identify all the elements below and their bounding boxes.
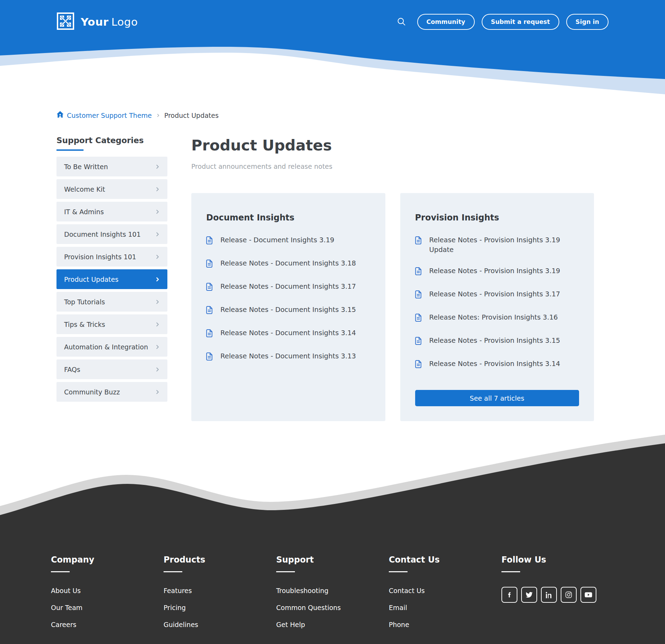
chevron-right-icon (154, 299, 160, 305)
footer-link-list: About UsOur TeamCareers (51, 587, 164, 628)
article-link[interactable]: Release - Document Insights 3.19 (206, 235, 370, 247)
footer-link-email[interactable]: Email (389, 604, 501, 611)
section-cards: Document Insights Release - Document Ins… (191, 193, 594, 421)
footer-column-title: Company (51, 555, 164, 565)
article-link[interactable]: Release Notes - Provision Insights 3.19 (415, 266, 579, 278)
article-title: Release Notes - Document Insights 3.17 (220, 282, 356, 294)
sidebar-item-label: Community Buzz (64, 388, 120, 396)
document-icon (415, 267, 422, 278)
sidebar-item-top-tutorials[interactable]: Top Tutorials (56, 292, 167, 312)
footer-link-list: FeaturesPricingGuidelines (164, 587, 276, 628)
footer-link-our-team[interactable]: Our Team (51, 604, 164, 611)
section-card-document-insights: Document Insights Release - Document Ins… (191, 193, 385, 421)
sidebar-item-label: Document Insights 101 (64, 230, 141, 238)
footer-link-list: Contact UsEmailPhone (389, 587, 501, 628)
article-link[interactable]: Release Notes: Provision Insights 3.16 (415, 313, 579, 324)
article-list: Release Notes - Provision Insights 3.19 … (415, 235, 579, 382)
community-button[interactable]: Community (417, 14, 475, 30)
footer-title-underline (276, 571, 295, 572)
document-icon (415, 290, 422, 301)
sidebar-item-label: Tips & Tricks (64, 321, 105, 328)
document-icon (206, 329, 213, 340)
breadcrumb-home-link[interactable]: Customer Support Theme (56, 111, 152, 120)
section-title: Document Insights (206, 213, 370, 223)
section-card-provision-insights: Provision Insights Release Notes - Provi… (400, 193, 594, 421)
sidebar-item-welcome-kit[interactable]: Welcome Kit (56, 179, 167, 199)
footer-link-guidelines[interactable]: Guidelines (164, 621, 276, 628)
footer-column-title: Contact Us (389, 555, 501, 565)
sidebar-item-it-admins[interactable]: IT & Admins (56, 202, 167, 221)
header-nav: Community Submit a request Sign in (397, 14, 609, 30)
sidebar-category-list: To Be Written Welcome Kit IT & Admins Do… (56, 157, 167, 402)
sidebar-item-label: Welcome Kit (64, 185, 105, 193)
sidebar-item-label: Top Tutorials (64, 298, 105, 306)
document-icon (415, 337, 422, 348)
sidebar-item-label: Provision Insights 101 (64, 253, 136, 261)
footer-column-title: Products (164, 555, 276, 565)
footer-link-about-us[interactable]: About Us (51, 587, 164, 594)
footer-link-get-help[interactable]: Get Help (276, 621, 389, 628)
footer-follow-column: Follow Us (501, 555, 614, 638)
document-icon (206, 236, 213, 247)
document-icon (415, 236, 422, 255)
footer-link-troubleshooting[interactable]: Troubleshooting (276, 587, 389, 594)
article-link[interactable]: Release Notes - Document Insights 3.13 (206, 351, 370, 363)
youtube-icon[interactable] (580, 587, 596, 603)
page-title: Product Updates (191, 137, 594, 154)
sidebar-item-community-buzz[interactable]: Community Buzz (56, 382, 167, 402)
article-link[interactable]: Release Notes - Document Insights 3.14 (206, 328, 370, 340)
footer-link-contact-us[interactable]: Contact Us (389, 587, 501, 594)
sign-in-button[interactable]: Sign in (566, 14, 609, 30)
chevron-right-icon (154, 254, 160, 260)
article-link[interactable]: Release Notes - Document Insights 3.18 (206, 259, 370, 270)
article-link[interactable]: Release Notes - Provision Insights 3.19 … (415, 235, 579, 255)
footer-wave-decoration (0, 424, 665, 535)
article-title: Release Notes - Provision Insights 3.14 (429, 359, 560, 371)
article-link[interactable]: Release Notes - Document Insights 3.17 (206, 282, 370, 294)
footer-title-underline (51, 571, 70, 572)
header: YourLogo Community Submit a request Sign… (0, 0, 665, 43)
article-link[interactable]: Release Notes - Provision Insights 3.15 (415, 336, 579, 348)
chevron-right-icon (154, 276, 160, 282)
search-icon[interactable] (397, 17, 406, 26)
sidebar-item-product-updates[interactable]: Product Updates (56, 269, 167, 289)
sidebar-item-label: To Be Written (64, 163, 108, 171)
sidebar-item-label: IT & Admins (64, 208, 104, 216)
breadcrumb-current: Product Updates (164, 112, 219, 119)
footer: Follow Us Company (0, 535, 665, 644)
sidebar-item-automation-integration[interactable]: Automation & Integration (56, 337, 167, 357)
instagram-icon[interactable] (561, 587, 577, 603)
article-title: Release Notes - Document Insights 3.14 (220, 328, 356, 340)
sidebar-item-faqs[interactable]: FAQs (56, 359, 167, 379)
facebook-icon[interactable] (501, 587, 517, 603)
page-subtitle: Product announcements and release notes (191, 163, 594, 170)
article-link[interactable]: Release Notes - Provision Insights 3.17 (415, 289, 579, 301)
footer-follow-title: Follow Us (501, 555, 614, 565)
see-all-articles-button[interactable]: See all 7 articles (415, 390, 579, 406)
footer-link-phone[interactable]: Phone (389, 621, 501, 628)
twitter-icon[interactable] (521, 587, 537, 603)
footer-link-common-questions[interactable]: Common Questions (276, 604, 389, 611)
sidebar-item-label: Automation & Integration (64, 343, 148, 351)
article-link[interactable]: Release Notes - Provision Insights 3.14 (415, 359, 579, 371)
linkedin-icon[interactable] (541, 587, 557, 603)
footer-link-pricing[interactable]: Pricing (164, 604, 276, 611)
sidebar-item-provision-insights-101[interactable]: Provision Insights 101 (56, 247, 167, 267)
article-title: Release Notes - Provision Insights 3.17 (429, 289, 560, 301)
sidebar-item-tips-tricks[interactable]: Tips & Tricks (56, 314, 167, 334)
article-title: Release - Document Insights 3.19 (220, 235, 334, 247)
footer-link-features[interactable]: Features (164, 587, 276, 594)
article-link[interactable]: Release Notes - Document Insights 3.15 (206, 305, 370, 317)
sidebar-item-to-be-written[interactable]: To Be Written (56, 157, 167, 176)
sidebar-title: Support Categories (56, 136, 167, 145)
chevron-right-icon (154, 389, 160, 395)
article-title: Release Notes - Document Insights 3.15 (220, 305, 356, 317)
article-list: Release - Document Insights 3.19 Release… (206, 235, 370, 375)
footer-link-careers[interactable]: Careers (51, 621, 164, 628)
document-icon (415, 360, 422, 371)
sidebar-item-document-insights-101[interactable]: Document Insights 101 (56, 224, 167, 244)
document-icon (415, 314, 422, 324)
document-icon (206, 306, 213, 317)
submit-request-button[interactable]: Submit a request (482, 14, 559, 30)
logo[interactable]: YourLogo (56, 12, 138, 32)
